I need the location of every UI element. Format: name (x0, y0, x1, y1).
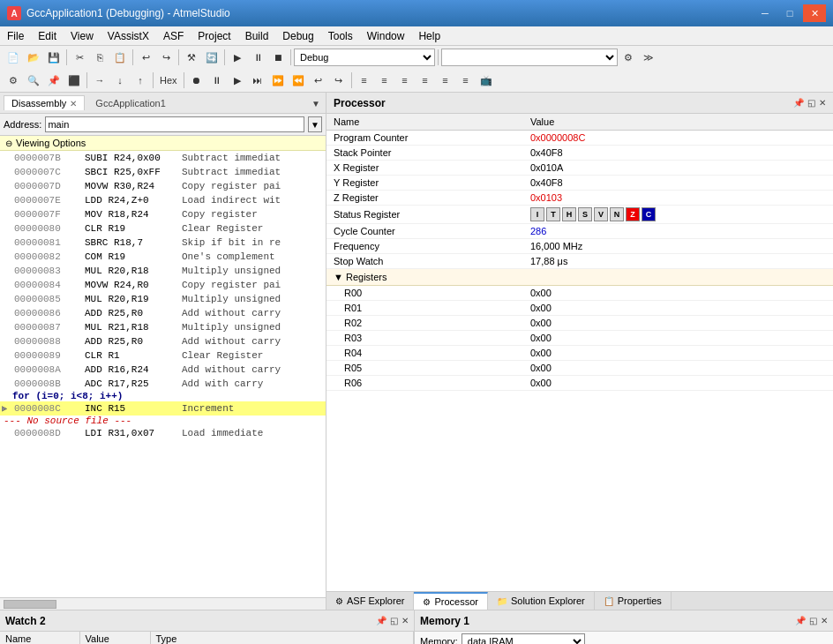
disasm-row[interactable]: 00000081SBRC R18,7Skip if bit in re (0, 236, 326, 250)
disasm-row[interactable]: 00000087MUL R21,R18Multiply unsigned (0, 320, 326, 334)
disasm-hscroll[interactable] (0, 597, 326, 610)
proc-tab-asf-explorer[interactable]: ⚙ASF Explorer (326, 592, 414, 610)
more-btn[interactable]: ≫ (639, 49, 658, 66)
disasm-row[interactable]: 00000089CLR R1Clear Register (0, 348, 326, 363)
disasm-row[interactable]: ▶0000008CINC R15Increment (0, 401, 326, 416)
proc-pin-btn[interactable]: 📌 (793, 98, 804, 108)
mem-pin-btn[interactable]: 📌 (795, 616, 806, 625)
t2-5[interactable]: → (90, 71, 109, 89)
t2-13[interactable]: ⏪ (289, 71, 308, 89)
t2-22[interactable]: 📺 (477, 71, 496, 89)
disasm-row[interactable]: 0000007DMOVW R30,R24Copy register pai (0, 179, 326, 193)
t2-11[interactable]: ⏭ (248, 71, 267, 89)
target-select[interactable] (441, 49, 618, 66)
proc-tab-solution-explorer[interactable]: 📁Solution Explorer (488, 592, 595, 610)
proc-tab-properties[interactable]: 📋Properties (595, 592, 672, 610)
t2-12[interactable]: ⏩ (268, 71, 288, 89)
disasm-row[interactable]: 00000084MOVW R24,R0Copy register pai (0, 278, 326, 292)
copy-btn[interactable]: ⎘ (90, 49, 109, 66)
stop-btn[interactable]: ⏹ (268, 49, 288, 66)
address-dropdown-btn[interactable]: ▼ (308, 116, 322, 132)
proc-close-btn[interactable]: ✕ (819, 98, 826, 108)
disasm-row[interactable]: 00000082COM R19One's complement (0, 250, 326, 264)
t2-16[interactable]: ≡ (355, 71, 374, 89)
undo-btn[interactable]: ↩ (136, 49, 155, 66)
viewing-options[interactable]: ⊖ Viewing Options (0, 136, 326, 151)
proc-reg-value: 286 (523, 224, 833, 239)
build-btn[interactable]: ⚒ (182, 49, 201, 66)
open-btn[interactable]: 📂 (24, 49, 43, 66)
redo-btn[interactable]: ↪ (156, 49, 176, 66)
t2-19[interactable]: ≡ (416, 71, 435, 89)
start-debug-btn[interactable]: ▶ (228, 49, 247, 66)
disasm-row[interactable]: 0000007CSBCI R25,0xFFSubtract immediat (0, 165, 326, 179)
t2-6[interactable]: ↓ (110, 71, 130, 89)
t2-14[interactable]: ↩ (309, 71, 328, 89)
menu-view[interactable]: View (64, 26, 101, 45)
menu-tools[interactable]: Tools (321, 26, 360, 45)
new-btn[interactable]: 📄 (4, 49, 23, 66)
disasm-row[interactable]: 00000080CLR R19Clear Register (0, 221, 326, 236)
disasm-row[interactable]: 0000008BADC R17,R25Add with carry (0, 377, 326, 391)
memory-type-select[interactable]: data IRAM program FLASH EEPROM (462, 633, 585, 644)
disasm-row[interactable]: 0000008DLDI R31,0x07Load immediate (0, 426, 326, 440)
register-row: R020x00 (326, 316, 833, 331)
menu-vassistx[interactable]: VAssistX (101, 26, 156, 45)
t2-7[interactable]: ↑ (131, 71, 150, 89)
t2-15[interactable]: ↪ (329, 71, 349, 89)
menu-asf[interactable]: ASF (156, 26, 191, 45)
disasm-row[interactable]: 0000008AADD R16,R24Add without carry (0, 363, 326, 377)
settings-btn[interactable]: ⚙ (619, 49, 638, 66)
debug-mode-select[interactable]: Debug Release (294, 49, 435, 66)
pause-btn[interactable]: ⏸ (248, 49, 267, 66)
watch-float-btn[interactable]: ◱ (390, 616, 398, 625)
maximize-button[interactable]: □ (778, 4, 801, 22)
t2-4[interactable]: ⬛ (64, 71, 84, 89)
disasm-row[interactable]: 00000088ADD R25,R0Add without carry (0, 334, 326, 348)
menu-project[interactable]: Project (191, 26, 237, 45)
mem-float-btn[interactable]: ◱ (809, 616, 817, 625)
disasm-row[interactable]: 00000086ADD R25,R0Add without carry (0, 306, 326, 320)
t2-10[interactable]: ▶ (228, 71, 247, 89)
t2-1[interactable]: ⚙ (4, 71, 23, 89)
mem-close-btn[interactable]: ✕ (821, 616, 828, 625)
disasm-content[interactable]: 0000007BSUBI R24,0x00Subtract immediat00… (0, 151, 326, 597)
menu-build[interactable]: Build (238, 26, 276, 45)
menu-file[interactable]: File (0, 26, 31, 45)
watch-title: Watch 2 (5, 615, 46, 627)
save-btn[interactable]: 💾 (44, 49, 64, 66)
rebuild-btn[interactable]: 🔄 (202, 49, 221, 66)
registers-collapse-icon[interactable]: ▼ (334, 272, 346, 282)
disassembly-tab-close[interactable]: ✕ (70, 99, 77, 109)
proc-float-btn[interactable]: ◱ (807, 98, 815, 108)
t2-18[interactable]: ≡ (395, 71, 415, 89)
disasm-row[interactable]: 00000085MUL R20,R19Multiply unsigned (0, 292, 326, 306)
t2-21[interactable]: ≡ (456, 71, 476, 89)
disasm-row[interactable]: 00000083MUL R20,R18Multiply unsigned (0, 264, 326, 278)
minimize-button[interactable]: ─ (754, 4, 777, 22)
watch-close-btn[interactable]: ✕ (401, 616, 409, 625)
register-name: R04 (326, 346, 523, 361)
address-input[interactable] (45, 116, 304, 132)
menu-window[interactable]: Window (360, 26, 412, 45)
panel-menu-button[interactable]: ▼ (310, 97, 322, 110)
menu-debug[interactable]: Debug (275, 26, 320, 45)
paste-btn[interactable]: 📋 (110, 49, 130, 66)
menu-edit[interactable]: Edit (31, 26, 64, 45)
t2-3[interactable]: 📌 (44, 71, 64, 89)
t2-8[interactable]: ⏺ (187, 71, 206, 89)
t2-17[interactable]: ≡ (375, 71, 394, 89)
disassembly-tab[interactable]: Disassembly ✕ (4, 95, 85, 110)
menu-help[interactable]: Help (411, 26, 447, 45)
disasm-row[interactable]: 0000007FMOV R18,R24Copy register (0, 207, 326, 221)
t2-2[interactable]: 🔍 (24, 71, 43, 89)
proc-tab-processor[interactable]: ⚙Processor (414, 592, 488, 610)
disasm-row[interactable]: 0000007BSUBI R24,0x00Subtract immediat (0, 151, 326, 165)
t2-20[interactable]: ≡ (436, 71, 455, 89)
t2-9[interactable]: ⏸ (207, 71, 227, 89)
gccapp-tab[interactable]: GccApplication1 (88, 96, 173, 110)
watch-pin-btn[interactable]: 📌 (376, 616, 386, 625)
disasm-row[interactable]: 0000007ELDD R24,Z+0Load indirect wit (0, 193, 326, 207)
close-button[interactable]: ✕ (803, 4, 826, 22)
cut-btn[interactable]: ✂ (70, 49, 89, 66)
